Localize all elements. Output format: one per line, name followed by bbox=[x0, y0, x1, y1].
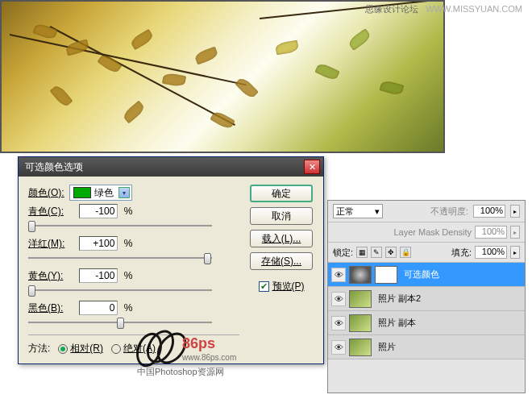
opacity-label: 不透明度: bbox=[430, 206, 468, 218]
visibility-icon[interactable]: 👁 bbox=[331, 316, 346, 330]
selective-color-dialog: 可选颜色选项 ✕ 颜色(O): 绿色 ▾ 青色(C): -100 % 洋红(M)… bbox=[18, 156, 324, 364]
black-pct: % bbox=[124, 302, 133, 314]
close-icon[interactable]: ✕ bbox=[304, 160, 320, 174]
cyan-slider[interactable] bbox=[28, 220, 212, 231]
cyan-pct: % bbox=[124, 206, 133, 217]
yellow-row: 黄色(Y): -100 % bbox=[28, 268, 239, 296]
mask-thumb-icon bbox=[375, 266, 397, 284]
fill-flyout-icon[interactable]: ▸ bbox=[510, 246, 520, 259]
yellow-pct: % bbox=[124, 270, 133, 281]
radio-icon bbox=[58, 344, 68, 354]
watermark-cn: 思缘设计论坛 bbox=[365, 4, 418, 14]
colors-label: 颜色(O): bbox=[28, 186, 64, 200]
layer-item[interactable]: 👁 照片 副本2 bbox=[328, 287, 525, 311]
leaves-illustration bbox=[2, 2, 443, 152]
lock-move-icon[interactable]: ✥ bbox=[385, 247, 397, 258]
magenta-value[interactable]: +100 bbox=[79, 236, 118, 251]
mask-density-value[interactable]: 100% bbox=[475, 226, 507, 239]
radio-icon bbox=[111, 344, 121, 354]
chevron-down-icon: ▾ bbox=[118, 187, 130, 198]
layer-name: 照片 bbox=[378, 341, 396, 353]
black-value[interactable]: 0 bbox=[79, 301, 118, 315]
layer-thumb-icon bbox=[349, 290, 372, 308]
layer-name: 可选颜色 bbox=[404, 268, 439, 280]
density-flyout-icon[interactable]: ▸ bbox=[510, 226, 520, 239]
layers-panel: 正常 ▾ 不透明度: 100% ▸ Layer Mask Density 100… bbox=[327, 200, 526, 393]
radio-relative[interactable]: 相对(R) bbox=[58, 342, 103, 355]
document-canvas bbox=[0, 0, 445, 153]
adjustment-thumb-icon bbox=[349, 266, 372, 284]
fill-value[interactable]: 100% bbox=[475, 246, 507, 259]
black-slider[interactable] bbox=[28, 317, 212, 328]
chevron-down-icon: ▾ bbox=[375, 206, 380, 217]
visibility-icon[interactable]: 👁 bbox=[331, 268, 346, 282]
visibility-icon[interactable]: 👁 bbox=[331, 340, 346, 355]
layer-list: 👁 可选颜色 👁 照片 副本2 👁 照片 副本 👁 照片 bbox=[328, 263, 525, 359]
cyan-value[interactable]: -100 bbox=[79, 204, 118, 218]
colors-dropdown[interactable]: 绿色 ▾ bbox=[69, 185, 132, 201]
magenta-slider[interactable] bbox=[28, 252, 212, 264]
dialog-titlebar[interactable]: 可选颜色选项 ✕ bbox=[19, 157, 323, 177]
preview-checkbox[interactable]: ✔ 预览(P) bbox=[259, 280, 305, 293]
magenta-pct: % bbox=[124, 238, 133, 249]
layer-name: 照片 副本2 bbox=[378, 293, 421, 305]
magenta-label: 洋红(M): bbox=[28, 237, 77, 251]
cyan-label: 青色(C): bbox=[28, 205, 77, 218]
watermark-url: WWW.MISSYUAN.COM bbox=[426, 4, 522, 14]
layer-item[interactable]: 👁 照片 副本 bbox=[328, 311, 525, 335]
yellow-value[interactable]: -100 bbox=[79, 268, 118, 283]
layer-item[interactable]: 👁 照片 bbox=[328, 335, 525, 359]
yellow-label: 黄色(Y): bbox=[28, 269, 77, 283]
lock-icons: ▦ ✎ ✥ 🔒 bbox=[356, 247, 411, 258]
layer-item[interactable]: 👁 可选颜色 bbox=[328, 263, 525, 287]
lock-transparency-icon[interactable]: ▦ bbox=[356, 247, 368, 258]
opacity-value[interactable]: 100% bbox=[473, 205, 505, 218]
selected-color-name: 绿色 bbox=[94, 186, 114, 200]
visibility-icon[interactable]: 👁 bbox=[331, 292, 346, 306]
black-row: 黑色(B): 0 % bbox=[28, 301, 239, 328]
cancel-button[interactable]: 取消 bbox=[250, 207, 313, 225]
fill-label: 填充: bbox=[451, 247, 472, 259]
checkbox-icon: ✔ bbox=[259, 281, 269, 292]
wm-cn: 中国Photoshop资源网 bbox=[137, 366, 224, 378]
save-button[interactable]: 存储(S)... bbox=[250, 252, 313, 270]
radio-absolute[interactable]: 绝对(A) bbox=[111, 342, 156, 355]
method-label: 方法: bbox=[28, 342, 50, 355]
watermark-top: 思缘设计论坛 WWW.MISSYUAN.COM bbox=[365, 3, 522, 15]
method-row: 方法: 相对(R) 绝对(A) bbox=[28, 334, 239, 355]
layer-name: 照片 副本 bbox=[378, 317, 416, 329]
opacity-flyout-icon[interactable]: ▸ bbox=[510, 205, 520, 218]
blend-mode-dropdown[interactable]: 正常 ▾ bbox=[333, 204, 383, 218]
layer-thumb-icon bbox=[349, 314, 372, 332]
black-label: 黑色(B): bbox=[28, 301, 77, 315]
load-button[interactable]: 载入(L)... bbox=[250, 230, 313, 247]
cyan-row: 青色(C): -100 % bbox=[28, 204, 239, 231]
mask-density-label: Layer Mask Density bbox=[393, 227, 472, 237]
dialog-title: 可选颜色选项 bbox=[25, 160, 83, 174]
lock-label: 锁定: bbox=[333, 247, 353, 259]
preview-label: 预览(P) bbox=[272, 280, 305, 293]
layer-thumb-icon bbox=[349, 339, 372, 356]
magenta-row: 洋红(M): +100 % bbox=[28, 236, 239, 264]
color-swatch-icon bbox=[73, 187, 91, 198]
lock-paint-icon[interactable]: ✎ bbox=[371, 247, 382, 258]
lock-all-icon[interactable]: 🔒 bbox=[400, 247, 411, 258]
yellow-slider[interactable] bbox=[28, 285, 212, 296]
ok-button[interactable]: 确定 bbox=[250, 185, 313, 202]
